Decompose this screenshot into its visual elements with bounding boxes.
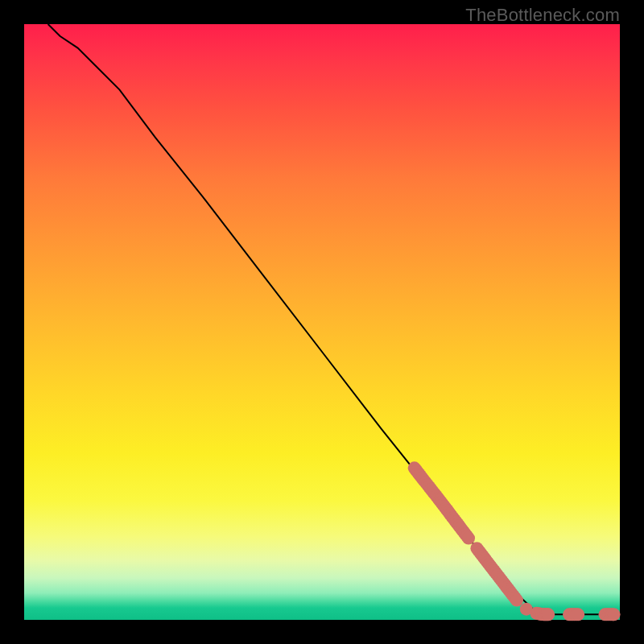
curve-markers [408, 461, 621, 621]
marker-dot [608, 608, 621, 621]
watermark-text: TheBottleneck.com [465, 5, 620, 26]
curve-svg [24, 24, 620, 620]
marker-dot [572, 608, 584, 621]
chart-frame: TheBottleneck.com [0, 0, 644, 644]
bottleneck-curve [48, 24, 614, 614]
marker-dot [542, 608, 555, 621]
plot-area [24, 24, 620, 620]
marker-dot [510, 594, 523, 607]
marker-dot [462, 532, 475, 545]
